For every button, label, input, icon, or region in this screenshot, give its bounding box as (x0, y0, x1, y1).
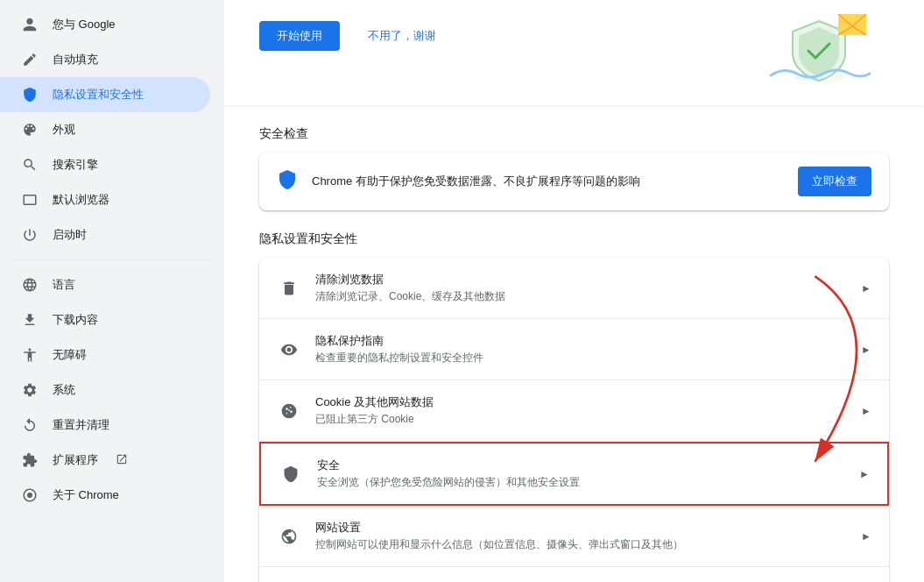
sidebar-item-startup[interactable]: 启动时 (0, 217, 210, 252)
security-title: 安全 (317, 458, 845, 473)
site-settings-content: 网站设置 控制网站可以使用和显示什么信息（如位置信息、摄像头、弹出式窗口及其他） (315, 520, 847, 552)
sidebar-label-appearance: 外观 (53, 122, 75, 138)
arrow-right-icon-4: ► (861, 530, 871, 543)
privacy-guide-content: 隐私保护指南 检查重要的隐私控制设置和安全控件 (315, 333, 847, 366)
reset-icon (21, 416, 39, 434)
sidebar-label-downloads: 下载内容 (53, 312, 98, 328)
cookie-icon (277, 399, 301, 423)
arrow-right-icon-2: ► (861, 405, 871, 417)
sidebar-label-google: 您与 Google (53, 17, 116, 32)
site-settings-icon (277, 524, 301, 549)
cookies-subtitle: 已阻止第三方 Cookie (315, 412, 847, 427)
start-button[interactable]: 开始使用 (259, 21, 340, 51)
site-settings-title: 网站设置 (315, 520, 847, 536)
sidebar-item-system[interactable]: 系统 (0, 373, 210, 408)
external-link-icon (116, 453, 128, 468)
top-banner: 开始使用 不用了，谢谢 (224, 0, 924, 105)
sidebar-label-startup: 启动时 (53, 227, 87, 243)
extension-icon (21, 451, 39, 469)
sidebar-item-about[interactable]: 关于 Chrome (0, 478, 210, 513)
autofill-icon (21, 51, 39, 68)
palette-icon (21, 121, 39, 138)
clear-browsing-row[interactable]: 清除浏览数据 清除浏览记录、Cookie、缓存及其他数据 ► (259, 258, 889, 319)
sidebar-item-extensions[interactable]: 扩展程序 (0, 443, 210, 478)
main-content-area: 开始使用 不用了，谢谢 安全检查 (224, 0, 924, 582)
sidebar-label-system: 系统 (53, 382, 75, 398)
language-icon (21, 276, 39, 294)
sidebar-item-default-browser[interactable]: 默认浏览器 (0, 182, 210, 217)
sidebar-item-google[interactable]: 您与 Google (0, 7, 210, 42)
svg-point-10 (288, 409, 290, 411)
banner-actions: 开始使用 不用了，谢谢 (259, 14, 454, 51)
sidebar-item-search[interactable]: 搜索引擎 (0, 147, 210, 182)
search-icon (21, 156, 39, 174)
download-icon (21, 311, 39, 329)
arrow-right-icon-3: ► (859, 468, 870, 480)
safety-check-text: Chrome 有助于保护您免受数据泄露、不良扩展程序等问题的影响 (312, 174, 784, 189)
sidebar: 您与 Google 自动填充 隐私设置和安全性 外观 搜索引擎 默认浏览器 (0, 0, 224, 582)
site-settings-subtitle: 控制网站可以使用和显示什么信息（如位置信息、摄像头、弹出式窗口及其他） (315, 537, 847, 552)
security-row[interactable]: 安全 安全浏览（保护您免受危险网站的侵害）和其他安全设置 ► (259, 442, 889, 506)
arrow-right-icon-0: ► (861, 282, 871, 295)
sidebar-label-privacy: 隐私设置和安全性 (53, 87, 144, 103)
clear-browsing-title: 清除浏览数据 (315, 272, 847, 287)
sidebar-label-accessibility: 无障碍 (53, 347, 87, 363)
banner-buttons: 开始使用 不用了，谢谢 (259, 21, 454, 51)
sidebar-label-language: 语言 (53, 277, 75, 293)
cookies-row[interactable]: Cookie 及其他网站数据 已阻止第三方 Cookie ► (259, 380, 889, 442)
chrome-icon (21, 486, 39, 504)
trash-icon (277, 276, 301, 301)
sidebar-label-extensions: 扩展程序 (53, 452, 98, 468)
browser-icon (21, 191, 39, 209)
svg-point-6 (286, 408, 288, 410)
decline-button[interactable]: 不用了，谢谢 (350, 21, 454, 51)
sidebar-item-reset[interactable]: 重置并清理 (0, 408, 210, 443)
site-settings-row[interactable]: 网站设置 控制网站可以使用和显示什么信息（如位置信息、摄像头、弹出式窗口及其他）… (259, 506, 889, 567)
sidebar-item-privacy[interactable]: 隐私设置和安全性 (0, 77, 210, 112)
privacy-guide-icon (277, 337, 301, 362)
sidebar-item-accessibility[interactable]: 无障碍 (0, 337, 210, 373)
banner-illustration (766, 14, 871, 84)
privacy-sandbox-row[interactable]: 隐私沙盒 试用版功能已开启 (259, 567, 889, 582)
sidebar-label-search: 搜索引擎 (53, 157, 98, 173)
sidebar-label-default-browser: 默认浏览器 (53, 192, 109, 208)
privacy-guide-row[interactable]: 隐私保护指南 检查重要的隐私控制设置和安全控件 ► (259, 319, 889, 380)
power-icon (21, 226, 39, 244)
settings-icon (21, 381, 39, 399)
svg-point-0 (27, 493, 32, 498)
svg-point-7 (290, 407, 292, 408)
accessibility-icon (21, 346, 39, 364)
clear-browsing-content: 清除浏览数据 清除浏览记录、Cookie、缓存及其他数据 (315, 272, 847, 304)
privacy-section-title: 隐私设置和安全性 (224, 231, 924, 247)
sidebar-label-reset: 重置并清理 (53, 417, 109, 433)
cookies-title: Cookie 及其他网站数据 (315, 394, 847, 410)
security-icon (279, 462, 303, 486)
privacy-guide-title: 隐私保护指南 (315, 333, 847, 349)
svg-point-9 (286, 412, 288, 414)
svg-point-8 (290, 410, 293, 413)
sidebar-item-downloads[interactable]: 下载内容 (0, 302, 210, 337)
clear-browsing-subtitle: 清除浏览记录、Cookie、缓存及其他数据 (315, 289, 847, 304)
safety-check-card: Chrome 有助于保护您免受数据泄露、不良扩展程序等问题的影响 立即检查 (259, 153, 889, 210)
safety-check-title: 安全检查 (224, 126, 924, 142)
person-icon (21, 16, 39, 33)
security-content: 安全 安全浏览（保护您免受危险网站的侵害）和其他安全设置 (317, 458, 845, 490)
privacy-settings-card: 清除浏览数据 清除浏览记录、Cookie、缓存及其他数据 ► 隐私保护指南 检查… (259, 258, 889, 582)
sidebar-label-about: 关于 Chrome (53, 487, 119, 503)
safety-shield-icon (277, 169, 298, 195)
sidebar-item-language[interactable]: 语言 (0, 267, 210, 302)
sidebar-label-autofill: 自动填充 (53, 52, 98, 67)
cookies-content: Cookie 及其他网站数据 已阻止第三方 Cookie (315, 394, 847, 427)
shield-active-icon (21, 86, 39, 103)
privacy-guide-subtitle: 检查重要的隐私控制设置和安全控件 (315, 351, 847, 366)
arrow-right-icon-1: ► (861, 344, 871, 356)
check-now-button[interactable]: 立即检查 (798, 167, 871, 196)
sidebar-item-appearance[interactable]: 外观 (0, 112, 210, 147)
security-subtitle: 安全浏览（保护您免受危险网站的侵害）和其他安全设置 (317, 475, 845, 490)
sidebar-item-autofill[interactable]: 自动填充 (0, 42, 210, 77)
